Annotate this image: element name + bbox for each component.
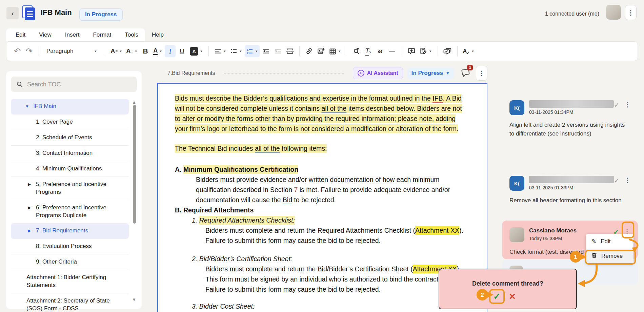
align-dropdown[interactable]: ▼ xyxy=(213,45,228,57)
menu-tools[interactable]: Tools xyxy=(125,32,138,38)
menu-view[interactable]: View xyxy=(39,32,52,38)
redo-icon[interactable]: ↷ xyxy=(24,45,35,57)
indent-icon[interactable] xyxy=(273,45,283,57)
toc-item-contact-information[interactable]: 3. Contact Information xyxy=(11,146,129,161)
outdent-icon[interactable] xyxy=(261,45,271,57)
insert-image-icon[interactable] xyxy=(316,45,326,57)
ai-assistant-button[interactable]: AI AI Assistant xyxy=(353,67,403,79)
item-required-attachments-checklist: 1. Required Attachments Checklist: xyxy=(175,215,468,225)
paragraph-style-dropdown[interactable]: Paragraph▼ xyxy=(43,45,101,57)
find-replace-icon[interactable] xyxy=(351,45,362,57)
redacted-author-name xyxy=(529,100,614,108)
toc-search[interactable] xyxy=(11,77,137,92)
link-icon[interactable] xyxy=(304,45,315,57)
toc-search-input[interactable] xyxy=(27,81,122,88)
menu-bar: Edit View Insert Format Tools Help xyxy=(6,28,145,41)
text-color-dropdown[interactable]: A▼ xyxy=(152,45,164,57)
numbered-list-dropdown[interactable]: 1 2 ▼ xyxy=(245,45,260,57)
horizontal-rule-icon[interactable] xyxy=(387,45,398,57)
search-icon xyxy=(16,81,23,88)
page-break-icon[interactable] xyxy=(284,45,295,57)
svg-text:1: 1 xyxy=(247,48,248,51)
expand-arrow-icon[interactable]: ▶ xyxy=(28,228,31,233)
comment-author: Cassiano Moraes xyxy=(529,227,613,234)
toc-item-attachment-2[interactable]: Attachment 2: Secretary of State (SOS) F… xyxy=(11,293,129,312)
undo-icon[interactable]: ↶ xyxy=(12,45,23,57)
toc-item-bid-requirements[interactable]: ▶ 7. Bid Requirements xyxy=(11,223,129,239)
back-button[interactable]: ‹ xyxy=(6,7,19,19)
italic-icon[interactable]: I xyxy=(165,45,176,57)
resolve-check-icon[interactable]: ✓ xyxy=(614,176,620,185)
connected-users-label: 1 connected user (me) xyxy=(545,11,599,17)
toc-item-schedule-of-events[interactable]: 2. Schedule of Events xyxy=(11,130,129,146)
toc-item-ifb-main[interactable]: ▼ IFB Main xyxy=(11,99,129,115)
resolved-comments-icon[interactable] xyxy=(442,45,453,57)
expand-arrow-icon[interactable]: ▶ xyxy=(28,182,31,187)
comment-context-menu: ✎ Edit Remove xyxy=(586,234,633,264)
section-kebab-menu-button[interactable]: ⋮ xyxy=(476,66,487,81)
toc-item-cover-page[interactable]: 1. Cover Page xyxy=(11,115,129,130)
add-comment-icon[interactable] xyxy=(406,45,417,57)
heading-required-attachments: B. Required Attachments xyxy=(175,205,468,215)
toc-item-minimum-qualifications[interactable]: 4. Minimum Qualifications xyxy=(11,161,129,177)
highlight-color-dropdown[interactable]: A▼ xyxy=(188,45,204,57)
menu-item-edit[interactable]: ✎ Edit xyxy=(586,234,633,249)
comment-count-badge: 3 xyxy=(467,65,473,70)
paragraph-checklist-body: Bidders must complete and return the Req… xyxy=(175,225,468,246)
confirm-delete-button[interactable]: ✓ xyxy=(489,289,505,304)
bullet-list-dropdown[interactable]: ▼ xyxy=(229,45,244,57)
header-kebab-menu-button[interactable]: ⋮ xyxy=(625,5,637,20)
table-dropdown[interactable]: ▼ xyxy=(327,45,343,57)
scroll-down-icon[interactable]: ▼ xyxy=(132,297,136,302)
toc-item-other-criteria[interactable]: 9. Other Criteria xyxy=(11,254,129,270)
user-avatar[interactable] xyxy=(606,5,621,20)
blockquote-icon[interactable]: “ xyxy=(375,45,386,57)
document-status-badge[interactable]: In Progress xyxy=(79,8,123,21)
menu-format[interactable]: Format xyxy=(93,32,111,38)
menu-insert[interactable]: Insert xyxy=(65,32,80,38)
comment-card-2[interactable]: K( 03-11-2025 01:33PM ✓ ⋮ Remove all hea… xyxy=(502,169,638,212)
toc-tree: ▼ IFB Main 1. Cover Page 2. Schedule of … xyxy=(11,99,137,312)
resolve-check-icon[interactable]: ✓ xyxy=(614,101,620,109)
comment-text: Remove all header formatting in this sec… xyxy=(509,196,630,205)
font-style-dropdown[interactable]: A≡▼ xyxy=(109,45,124,57)
menu-help[interactable]: Help xyxy=(152,32,164,38)
toc-scrollbar[interactable] xyxy=(133,105,136,224)
section-status-dropdown[interactable]: In Progress▼ xyxy=(407,67,454,79)
avatar: K( xyxy=(509,176,524,191)
comment-kebab-icon[interactable]: ⋮ xyxy=(624,176,630,184)
font-size-dropdown[interactable]: A↕▼ xyxy=(125,45,139,57)
scroll-up-icon[interactable]: ▲ xyxy=(132,100,136,105)
underline-icon[interactable]: U xyxy=(177,45,187,57)
document-page[interactable]: Bids must describe the Bidder’s qualific… xyxy=(157,83,487,312)
comment-kebab-icon[interactable]: ⋮ xyxy=(624,101,630,108)
document-title: IFB Main xyxy=(41,8,72,17)
spellcheck-dropdown[interactable]: A✓▼ xyxy=(462,45,476,57)
cancel-delete-button[interactable]: ✕ xyxy=(509,292,516,301)
bold-icon[interactable]: B xyxy=(140,45,151,57)
clear-formatting-icon[interactable]: T× xyxy=(363,45,374,57)
formatting-toolbar: ↶ ↷ Paragraph▼ A≡▼ A↕▼ B A▼ I U A▼ ▼ ▼ 1… xyxy=(6,41,638,61)
toc-sidebar: ▼ IFB Main 1. Cover Page 2. Schedule of … xyxy=(6,71,142,309)
ai-assistant-icon: AI xyxy=(358,70,364,77)
chevron-down-icon: ▼ xyxy=(446,71,450,76)
divider xyxy=(224,73,344,74)
notes-template-dropdown[interactable]: ▼ xyxy=(418,45,434,57)
svg-text:2: 2 xyxy=(247,51,248,55)
toc-item-preference-programs[interactable]: ▶ 5. Preference and Incentive Programs xyxy=(11,177,129,200)
toc-item-evaluation-process[interactable]: 8. Evaluation Process xyxy=(11,239,129,254)
pencil-icon: ✎ xyxy=(591,238,596,245)
comment-text: Align left and create 2 versions using i… xyxy=(509,121,630,138)
menu-item-remove[interactable]: Remove xyxy=(586,249,633,264)
item-bidder-cost-sheet: 3. Bidder Cost Sheet: xyxy=(175,301,468,311)
menu-edit[interactable]: Edit xyxy=(16,32,25,38)
trash-icon xyxy=(591,252,597,260)
toc-item-attachment-1[interactable]: Attachment 1: Bidder Certifying Statemen… xyxy=(11,270,129,293)
comments-toggle-button[interactable]: 3 xyxy=(460,67,470,79)
expand-arrow-icon[interactable]: ▶ xyxy=(28,205,31,210)
paragraph-minimum-qualifications-body: Bidders must provide evidence and/or wri… xyxy=(175,174,468,205)
collapse-arrow-icon[interactable]: ▼ xyxy=(25,104,29,109)
section-title: 7.Bid Requirements xyxy=(167,70,215,76)
comment-card-1[interactable]: K( 03-11-2025 01:34PM ✓ ⋮ Align left and… xyxy=(502,93,638,145)
toc-item-preference-programs-duplicate[interactable]: ▶ 6. Preference and Incentive Programs D… xyxy=(11,200,129,224)
